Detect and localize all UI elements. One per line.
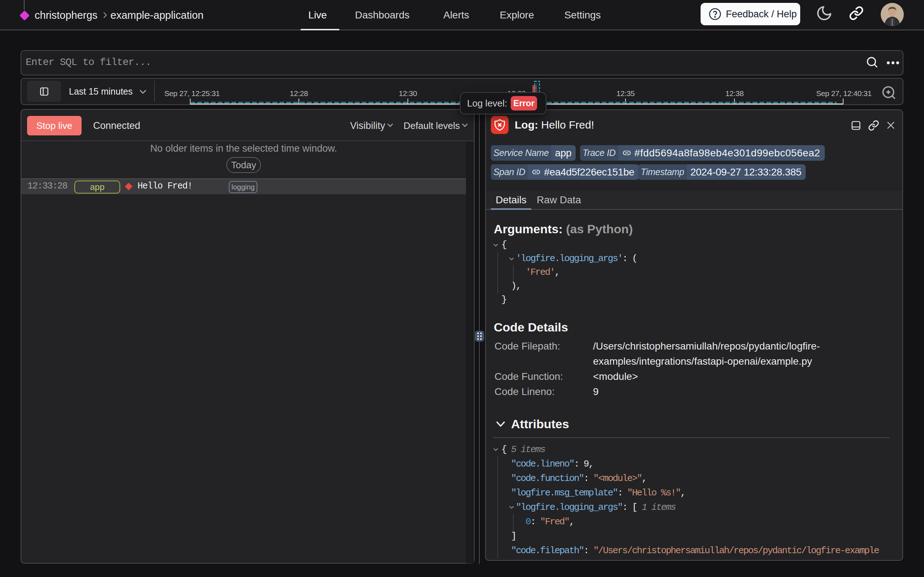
svg-text:12:28: 12:28 — [290, 89, 308, 97]
svg-text:Sep 27, 12:25:31: Sep 27, 12:25:31 — [164, 89, 220, 97]
svg-text:Sep 27, 12:40:31: Sep 27, 12:40:31 — [816, 89, 872, 97]
svg-text:12:30: 12:30 — [399, 89, 417, 97]
svg-text:12:38: 12:38 — [725, 89, 744, 97]
svg-text:12:35: 12:35 — [617, 89, 635, 97]
